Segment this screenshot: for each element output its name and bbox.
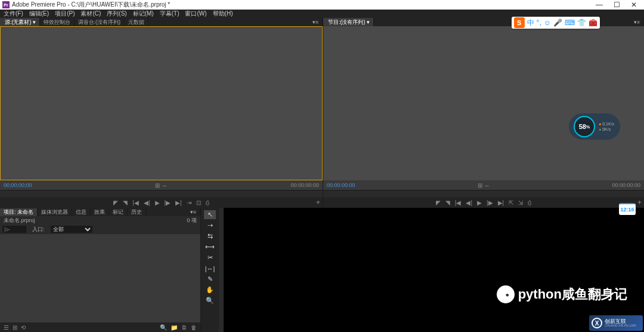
go-out-icon[interactable]: ▶| bbox=[175, 199, 182, 206]
go-in-icon[interactable]: |◀ bbox=[455, 199, 462, 206]
close-button[interactable]: ✕ bbox=[631, 1, 637, 9]
source-tabs: 源:(无素材)▾ 特效控制台 调音台:(没有序列) 元数据 ▾≡ bbox=[0, 18, 323, 26]
ime-skin-icon[interactable]: 👕 bbox=[577, 19, 586, 27]
find-icon[interactable]: 🔍 bbox=[160, 324, 167, 331]
minimize-button[interactable]: — bbox=[596, 1, 603, 9]
auto-size-icon[interactable]: ⟲ bbox=[21, 324, 26, 331]
icon-view-icon[interactable]: ⊞ bbox=[13, 324, 17, 331]
performance-widget[interactable]: 58% 0.1K/s 0K/s bbox=[569, 113, 620, 140]
export-frame-icon[interactable]: ⎙ bbox=[528, 199, 531, 206]
tab-effects[interactable]: 效果 bbox=[91, 208, 109, 216]
source-viewport[interactable] bbox=[0, 26, 323, 180]
source-tc-out[interactable]: 00:00:00:00 bbox=[290, 182, 319, 188]
tab-info[interactable]: 信息 bbox=[72, 208, 91, 216]
export-frame-icon[interactable]: ⎙ bbox=[206, 199, 209, 206]
menu-help[interactable]: 帮助(H) bbox=[213, 10, 233, 18]
program-tc-out[interactable]: 00:00:00:00 bbox=[612, 182, 640, 188]
dropdown-icon[interactable]: ▾ bbox=[367, 19, 370, 25]
project-filename: 未命名.prproj bbox=[4, 217, 35, 225]
mark-out-icon[interactable]: ◥ bbox=[123, 199, 128, 206]
program-tc-in[interactable]: 00:00:00:00 bbox=[327, 182, 355, 188]
insert-icon[interactable]: ⇥ bbox=[187, 199, 191, 206]
project-bin-area[interactable] bbox=[0, 234, 200, 322]
mark-in-icon[interactable]: ◤ bbox=[113, 199, 118, 206]
step-back-icon[interactable]: ◀| bbox=[466, 199, 472, 206]
overwrite-icon[interactable]: ⊡ bbox=[196, 199, 201, 206]
add-button[interactable]: + bbox=[316, 198, 320, 207]
mark-in-icon[interactable]: ◤ bbox=[436, 199, 441, 206]
add-button[interactable]: + bbox=[637, 198, 642, 207]
menu-clip[interactable]: 素材(C) bbox=[80, 10, 101, 18]
ime-logo-icon[interactable]: S bbox=[514, 17, 525, 28]
tab-metadata[interactable]: 元数据 bbox=[125, 18, 148, 26]
list-view-icon[interactable]: ☰ bbox=[4, 324, 9, 331]
ripple-edit-tool-icon[interactable]: ⇆ bbox=[204, 232, 216, 241]
menu-file[interactable]: 文件(F) bbox=[4, 10, 23, 18]
step-fwd-icon[interactable]: |▶ bbox=[165, 199, 171, 206]
panel-menu-icon[interactable]: ▾≡ bbox=[187, 209, 200, 215]
ime-toolbar[interactable]: S 中 °, ☺ 🎤 ⌨ 👕 🧰 bbox=[512, 17, 600, 29]
source-scrub-bar[interactable] bbox=[0, 190, 323, 197]
ime-toolbox-icon[interactable]: 🧰 bbox=[589, 19, 597, 27]
maximize-button[interactable]: ☐ bbox=[614, 1, 620, 9]
tab-markers[interactable]: 标记 bbox=[109, 208, 128, 216]
lift-icon[interactable]: ⇱ bbox=[509, 199, 513, 206]
mark-out-icon[interactable]: ◥ bbox=[445, 199, 450, 206]
program-scrub-bar[interactable] bbox=[323, 190, 644, 197]
timeline-scrollbar[interactable] bbox=[219, 208, 224, 332]
menu-project[interactable]: 项目(P) bbox=[55, 10, 75, 18]
go-in-icon[interactable]: |◀ bbox=[132, 199, 139, 206]
tab-audio-mixer[interactable]: 调音台:(没有序列) bbox=[75, 18, 125, 26]
clock-badge[interactable]: 12:16 bbox=[619, 203, 636, 215]
project-item-count: 0 项 bbox=[187, 217, 197, 225]
dropdown-icon[interactable]: ▾ bbox=[33, 19, 36, 25]
new-item-icon[interactable]: 🗎 bbox=[181, 324, 187, 331]
zoom-tool-icon[interactable]: 🔍 bbox=[204, 296, 216, 305]
tab-project[interactable]: 项目: 未命名 bbox=[0, 208, 38, 216]
ime-keyboard-icon[interactable]: ⌨ bbox=[565, 19, 575, 27]
ime-emoji-icon[interactable]: ☺ bbox=[544, 19, 551, 27]
tab-effect-controls[interactable]: 特效控制台 bbox=[40, 18, 75, 26]
program-panel: 节目:(没有序列)▾ ▾≡ 00:00:00:00 ⊞ ↔ 00:00:00:0… bbox=[323, 18, 644, 208]
ime-punct-icon[interactable]: °, bbox=[537, 19, 541, 27]
play-icon[interactable]: ▶ bbox=[477, 199, 482, 206]
lower-area: 项目: 未命名 媒体浏览器 信息 效果 标记 历史 ▾≡ 未命名.prproj … bbox=[0, 208, 644, 332]
razor-tool-icon[interactable]: ✂ bbox=[204, 253, 216, 262]
slip-tool-icon[interactable]: |↔| bbox=[204, 264, 216, 273]
play-icon[interactable]: ▶ bbox=[155, 199, 160, 206]
menu-marker[interactable]: 标记(M) bbox=[133, 10, 154, 18]
tab-source[interactable]: 源:(无素材)▾ bbox=[0, 18, 40, 26]
brand-sub: CHUANG XIN HU LIAN bbox=[605, 324, 636, 327]
extract-icon[interactable]: ⇲ bbox=[518, 199, 523, 206]
source-fit-icons[interactable]: ⊞ ↔ bbox=[155, 182, 168, 189]
new-bin-icon[interactable]: 📁 bbox=[171, 324, 178, 331]
selection-tool-icon[interactable]: ↖ bbox=[204, 210, 216, 219]
tab-history[interactable]: 历史 bbox=[128, 208, 146, 216]
menu-sequence[interactable]: 序列(S) bbox=[107, 10, 126, 18]
menu-title[interactable]: 字幕(T) bbox=[160, 10, 179, 18]
hand-tool-icon[interactable]: ✋ bbox=[204, 285, 216, 294]
source-tc-in[interactable]: 00;00;00;00 bbox=[4, 182, 32, 188]
tab-program[interactable]: 节目:(没有序列)▾ bbox=[323, 18, 374, 26]
tab-media-browser[interactable]: 媒体浏览器 bbox=[38, 208, 72, 216]
project-search-input[interactable] bbox=[2, 226, 26, 233]
ime-voice-icon[interactable]: 🎤 bbox=[553, 19, 562, 27]
pen-tool-icon[interactable]: ✎ bbox=[204, 275, 216, 284]
timeline-panel[interactable] bbox=[219, 208, 644, 332]
speed-percent: 58% bbox=[574, 116, 595, 137]
delete-icon[interactable]: 🗑 bbox=[191, 324, 197, 331]
panel-menu-icon[interactable]: ▾≡ bbox=[630, 18, 644, 26]
program-fit-icons[interactable]: ⊞ ↔ bbox=[478, 182, 490, 189]
program-transport: ◤ ◥ |◀ ◀| ▶ |▶ ▶| ⇱ ⇲ ⎙ + bbox=[323, 197, 644, 208]
panel-menu-icon[interactable]: ▾≡ bbox=[309, 18, 323, 26]
step-back-icon[interactable]: ◀| bbox=[144, 199, 150, 206]
step-fwd-icon[interactable]: |▶ bbox=[487, 199, 493, 206]
menu-edit[interactable]: 编辑(E) bbox=[29, 10, 49, 18]
program-viewport[interactable] bbox=[323, 26, 644, 180]
rate-stretch-tool-icon[interactable]: ⟷ bbox=[204, 242, 216, 251]
track-select-tool-icon[interactable]: ⇢ bbox=[204, 221, 216, 230]
menu-window[interactable]: 窗口(W) bbox=[185, 10, 206, 18]
ime-lang-icon[interactable]: 中 bbox=[527, 18, 534, 28]
filter-select[interactable]: 全部 bbox=[51, 226, 92, 233]
go-out-icon[interactable]: ▶| bbox=[498, 199, 504, 206]
